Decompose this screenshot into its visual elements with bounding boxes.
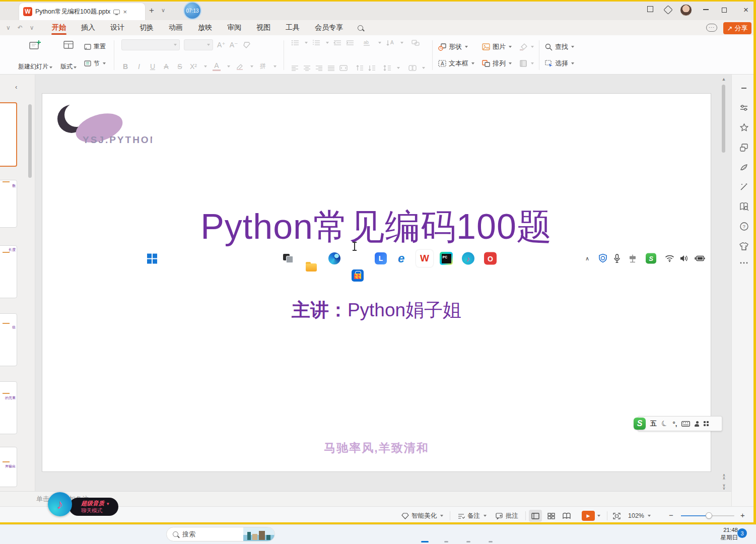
shrink-font-button[interactable]: A⁻ (230, 41, 238, 49)
bullets-icon[interactable] (291, 40, 299, 46)
font-name-select[interactable] (121, 39, 180, 50)
save-chevron-icon[interactable]: ∨ (6, 24, 11, 31)
slide-thumbnail-1[interactable] (0, 102, 17, 167)
reading-view-button[interactable] (560, 510, 573, 522)
skin-theme-icon[interactable] (739, 242, 749, 251)
tab-design[interactable]: 设计 (103, 20, 132, 35)
select-button[interactable]: 选择 (544, 59, 574, 68)
minimize-button[interactable] (703, 6, 709, 10)
slide-thumbnail-3[interactable]: 长度 (0, 245, 17, 298)
thumbnail-scrollbar[interactable] (28, 104, 32, 178)
slide-subtitle-text[interactable]: 主讲：Python娟子姐 (42, 298, 711, 323)
previous-slide-button[interactable]: ∧∧ (721, 474, 727, 480)
input-tool-icon[interactable] (629, 254, 637, 263)
user-avatar[interactable] (680, 4, 692, 16)
help-icon[interactable]: ? (739, 222, 749, 231)
align-left-icon[interactable] (291, 65, 299, 71)
textbox-button[interactable]: A 文本框 (438, 59, 474, 68)
ime-toolbox-icon[interactable] (704, 421, 709, 426)
tab-view[interactable]: 视图 (249, 20, 278, 35)
decrease-indent-icon[interactable] (333, 40, 341, 46)
ime-account-icon[interactable] (695, 421, 699, 427)
redo-chevron-icon[interactable]: ∨ (30, 24, 34, 31)
share-button[interactable]: ↗ 分享 (723, 22, 751, 34)
file-explorer-button[interactable] (306, 263, 317, 271)
music-app-button[interactable]: ♪ (462, 252, 474, 265)
slide-motto-text[interactable]: 马驰率风,羊致清和 (42, 440, 711, 456)
tab-slideshow[interactable]: 放映 (190, 20, 220, 35)
blue-app-button[interactable]: L (375, 252, 387, 264)
tab-close-icon[interactable]: × (123, 9, 127, 15)
eco-assistant-icon[interactable] (739, 163, 749, 172)
shapes-panel-icon[interactable] (739, 143, 749, 152)
edge-browser-button[interactable] (328, 252, 340, 264)
convert-smartart-icon[interactable] (411, 39, 420, 46)
tab-animation[interactable]: 动画 (161, 20, 190, 35)
favorites-star-icon[interactable] (739, 123, 749, 132)
wps-office-button[interactable]: W (416, 250, 433, 267)
arrange-button[interactable]: 排列 (482, 59, 512, 68)
zoom-in-button[interactable]: + (740, 511, 745, 519)
security-shield-icon[interactable] (598, 254, 607, 263)
char-spacing-icon[interactable]: ab (363, 40, 373, 46)
more-tools-icon[interactable] (739, 261, 748, 264)
tab-transition[interactable]: 切换 (132, 20, 161, 35)
sogou-tray-icon[interactable]: S (646, 253, 656, 264)
underline-button[interactable]: U (149, 62, 157, 71)
next-slide-button[interactable]: ∨∨ (721, 484, 727, 490)
document-tab[interactable]: W Python常见编程100题.pptx × (19, 3, 145, 20)
volume-icon[interactable] (679, 255, 689, 262)
more-options-icon[interactable]: ··· (706, 24, 717, 32)
tab-review[interactable]: 审阅 (220, 20, 249, 35)
fill-button[interactable] (519, 43, 534, 51)
justify-icon[interactable] (327, 65, 335, 71)
microsoft-store-button[interactable] (352, 269, 364, 282)
slide-thumbnail-5[interactable]: 的元素 (0, 381, 17, 434)
line-up-spacing-icon[interactable] (356, 65, 364, 71)
start-button[interactable] (147, 254, 157, 263)
e-browser-button[interactable]: e (398, 251, 404, 265)
align-center-icon[interactable] (303, 65, 311, 71)
collapse-panel-icon[interactable]: ‹ (15, 83, 17, 91)
sogou-ime-bar[interactable]: S 五 ☾ °, (638, 416, 722, 431)
tab-list-chevron-icon[interactable]: ∨ (161, 8, 165, 13)
red-app-button[interactable]: O (484, 252, 497, 265)
slide-page[interactable]: YSJ.PYTHON Python常见编码100题 主讲：Python娟子姐 马… (42, 93, 711, 472)
magic-wand-icon[interactable] (739, 182, 749, 191)
tab-tools[interactable]: 工具 (278, 20, 307, 35)
grow-font-button[interactable]: A⁺ (217, 41, 226, 49)
slide-title-text[interactable]: Python常见编码100题 (42, 203, 711, 251)
ime-mode-wubi[interactable]: 五 (650, 419, 657, 428)
fit-to-window-button[interactable] (612, 507, 621, 525)
tab-home[interactable]: 开始 (44, 20, 74, 35)
slide-sorter-view-button[interactable] (544, 510, 558, 522)
distribute-icon[interactable] (339, 65, 348, 71)
present-monitor-icon[interactable] (113, 10, 120, 14)
new-slide-button[interactable]: 新建幻灯片 (14, 38, 56, 72)
highlight-color-icon[interactable] (236, 63, 244, 70)
slide-size-button[interactable] (519, 59, 534, 67)
strike-button[interactable]: A (162, 62, 170, 71)
reset-button[interactable]: 重置 (84, 42, 106, 51)
find-button[interactable]: 查找 (544, 42, 574, 51)
normal-view-button[interactable] (529, 510, 542, 522)
new-tab-button[interactable]: + (149, 6, 154, 15)
section-button[interactable]: 节 (84, 59, 106, 68)
superscript-button[interactable]: X² (189, 62, 197, 71)
3d-cube-icon[interactable] (665, 7, 671, 13)
comment-button[interactable]: 批注 (495, 507, 518, 525)
canvas-scrollbar-thumb[interactable] (722, 85, 725, 153)
zoom-out-button[interactable]: − (669, 511, 673, 519)
search-icon[interactable] (358, 25, 363, 31)
wifi-icon[interactable] (665, 255, 674, 262)
pycharm-button[interactable]: PC (440, 252, 453, 265)
shadow-button[interactable]: S (176, 62, 184, 71)
phonetic-guide-button[interactable]: 拼 (259, 62, 267, 71)
clear-format-icon[interactable] (242, 41, 251, 49)
music-mode-pill[interactable]: 超级音质 ▼ 聊天模式 (69, 498, 118, 516)
hide-rail-icon[interactable] (739, 84, 748, 93)
undo-icon[interactable]: ↶ (18, 24, 23, 31)
battery-power-icon[interactable] (694, 255, 705, 262)
notes-toggle-button[interactable]: 备注 (457, 507, 487, 525)
restore-button[interactable] (722, 8, 727, 13)
